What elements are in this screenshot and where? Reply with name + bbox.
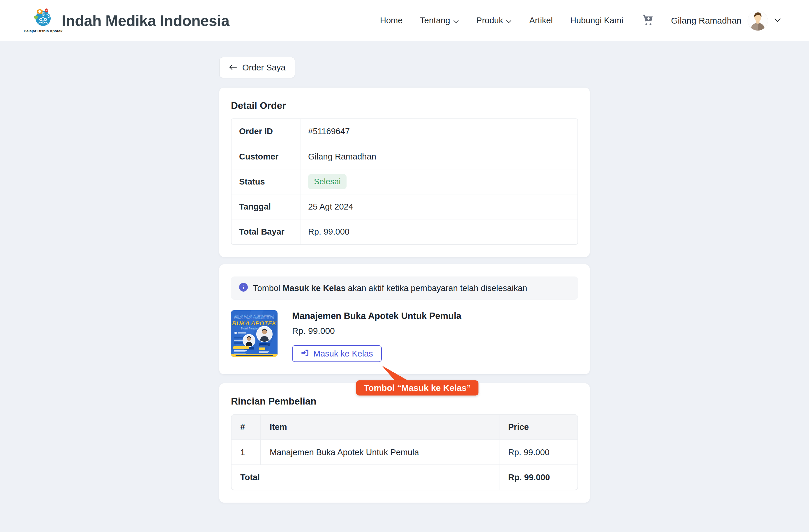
course-price: Rp. 99.000: [292, 326, 461, 336]
enter-class-button[interactable]: Masuk ke Kelas: [292, 345, 382, 362]
arrow-left-icon: [229, 63, 237, 72]
nav-item-hubungi-kami[interactable]: Hubungi Kami: [570, 16, 623, 25]
detail-value: Selesai: [301, 169, 578, 194]
detail-label: Tanggal: [231, 194, 301, 219]
back-button-label: Order Saya: [242, 63, 286, 72]
payment-notice: i Tombol Masuk ke Kelas akan aktif ketik…: [231, 277, 578, 300]
course-access-card: i Tombol Masuk ke Kelas akan aktif ketik…: [219, 264, 590, 374]
detail-value: #51169647: [301, 119, 578, 144]
order-detail-table: Order ID #51169647 Customer Gilang Ramad…: [231, 119, 578, 245]
detail-label: Order ID: [231, 119, 301, 144]
purchase-row: 1 Manajemen Buka Apotek Untuk Pemula Rp.…: [231, 440, 578, 465]
chevron-down-icon: [774, 18, 781, 23]
info-icon: i: [239, 283, 248, 294]
status-badge: Selesai: [308, 174, 347, 189]
detail-row-customer: Customer Gilang Ramadhan: [231, 144, 578, 169]
purchase-table: # Item Price 1 Manajemen Buka Apotek Unt…: [231, 414, 578, 490]
purchase-header-row: # Item Price: [231, 415, 578, 440]
main-content: Order Saya Detail Order Order ID #511696…: [0, 41, 809, 532]
nav-label: Tentang: [420, 16, 450, 25]
purchase-title: Rincian Pembelian: [231, 395, 578, 407]
cart-button[interactable]: [642, 14, 654, 27]
column-header-item: Item: [261, 415, 499, 440]
detail-row-tanggal: Tanggal 25 Agt 2024: [231, 194, 578, 219]
detail-value: 25 Agt 2024: [301, 194, 578, 219]
user-name: Gilang Ramadhan: [671, 16, 741, 25]
nav-item-tentang[interactable]: Tentang: [420, 16, 459, 25]
svg-text:i: i: [243, 284, 244, 290]
order-detail-card: Detail Order Order ID #51169647 Customer…: [219, 88, 590, 257]
site-header: Rp Belajar Bisnis Apotek Indah Medika In…: [0, 0, 809, 41]
enter-class-tooltip: Tombol “Masuk ke Kelas”: [356, 380, 479, 395]
user-menu[interactable]: Gilang Ramadhan: [671, 11, 781, 31]
logo-caption: Belajar Bisnis Apotek: [23, 29, 62, 33]
detail-value: Rp. 99.000: [301, 219, 578, 244]
enter-class-label: Masuk ke Kelas: [313, 349, 373, 358]
detail-row-order-id: Order ID #51169647: [231, 119, 578, 144]
column-header-no: #: [231, 415, 261, 440]
nav-item-produk[interactable]: Produk: [477, 16, 512, 25]
purchase-row-no: 1: [231, 440, 261, 465]
purchase-row-price: Rp. 99.000: [499, 440, 578, 465]
course-info: Manajemen Buka Apotek Untuk Pemula Rp. 9…: [292, 310, 461, 362]
detail-label: Status: [231, 169, 301, 194]
svg-text:Rp: Rp: [42, 13, 45, 15]
purchase-total-row: Total Rp. 99.000: [231, 465, 578, 490]
total-value: Rp. 99.000: [499, 465, 578, 490]
nav-item-artikel[interactable]: Artikel: [529, 16, 553, 25]
course-title: Manajemen Buka Apotek Untuk Pemula: [292, 311, 461, 321]
brand-logo[interactable]: Rp Belajar Bisnis Apotek: [29, 8, 57, 33]
nav-label: Artikel: [529, 16, 553, 25]
nav-item-home[interactable]: Home: [380, 16, 402, 25]
nav-label: Produk: [477, 16, 503, 25]
tooltip-arrow-icon: [382, 366, 408, 382]
main-nav: Home Tentang Produk Artikel Hubungi Kami: [380, 16, 623, 25]
nav-label: Home: [380, 16, 402, 25]
nav-label: Hubungi Kami: [570, 16, 623, 25]
back-to-orders-button[interactable]: Order Saya: [219, 57, 295, 78]
detail-row-status: Status Selesai: [231, 169, 578, 194]
detail-label: Customer: [231, 144, 301, 169]
purchase-summary-card: Rincian Pembelian # Item Price 1 Manajem…: [219, 383, 590, 502]
detail-value: Gilang Ramadhan: [301, 144, 578, 169]
chevron-down-icon: [453, 16, 459, 25]
chevron-down-icon: [506, 16, 512, 25]
sign-in-icon: [301, 349, 309, 359]
brand-title: Indah Medika Indonesia: [62, 12, 229, 30]
column-header-price: Price: [499, 415, 578, 440]
logo-icon: Rp: [34, 8, 53, 28]
detail-label: Total Bayar: [231, 219, 301, 244]
order-detail-title: Detail Order: [231, 100, 578, 111]
detail-row-total-bayar: Total Bayar Rp. 99.000: [231, 219, 578, 244]
notice-text: Tombol Masuk ke Kelas akan aktif ketika …: [253, 283, 527, 293]
purchase-row-item: Manajemen Buka Apotek Untuk Pemula: [261, 440, 499, 465]
svg-text:MANAJEMEN: MANAJEMEN: [234, 314, 274, 320]
cart-arrow-down-icon: [642, 14, 654, 27]
total-label: Total: [231, 465, 499, 490]
user-avatar: [748, 11, 768, 31]
course-item: MANAJEMEN BUKA APOTEK Untuk Pemula Bisak…: [231, 310, 578, 362]
svg-text:BUKA APOTEK: BUKA APOTEK: [232, 320, 277, 326]
course-thumbnail: MANAJEMEN BUKA APOTEK Untuk Pemula Bisak…: [231, 310, 277, 357]
